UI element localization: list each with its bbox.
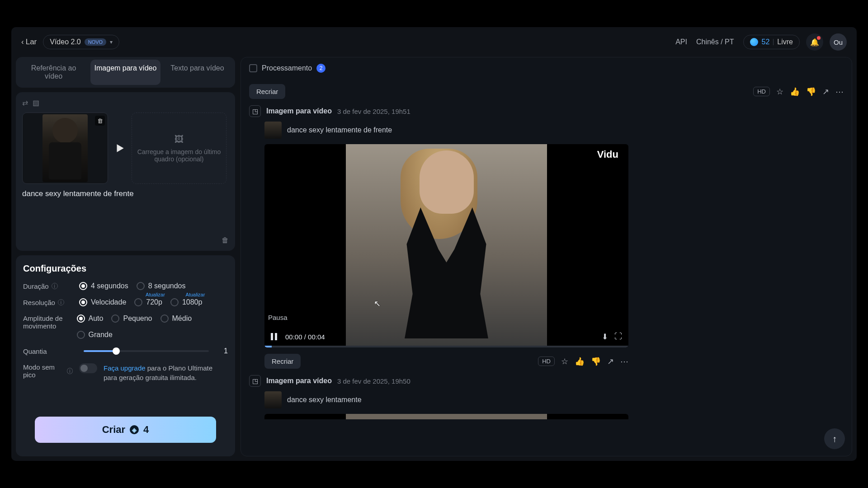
last-frame-dropzone[interactable]: 🖼 Carregue a imagem do último quadro (op… [132, 113, 226, 184]
radio-icon [77, 331, 85, 339]
plan-label: Livre [777, 38, 793, 46]
version-selector[interactable]: Vídeo 2.0 NOVO ▾ [43, 35, 119, 49]
create-button[interactable]: Criar ◈ 4 [35, 417, 216, 443]
watermark: Vidu [597, 149, 618, 160]
first-frame-slot[interactable]: 🗑 [22, 113, 108, 184]
radio-icon [170, 298, 179, 306]
generation-icon: ◳ [249, 375, 261, 387]
trash-icon: 🗑 [222, 236, 229, 244]
dislike-button[interactable]: 👎 [591, 357, 601, 366]
version-label: Vídeo 2.0 [50, 38, 81, 46]
radio-icon [134, 298, 142, 306]
processing-count-badge: 2 [316, 64, 326, 73]
motion-large-radio[interactable]: Grande [77, 331, 228, 339]
quantity-slider[interactable] [84, 350, 209, 352]
prompt-thumbnail[interactable] [264, 391, 282, 408]
trash-icon: 🗑 [97, 117, 103, 124]
more-button[interactable]: ⋯ [620, 357, 628, 366]
resolution-720p-radio[interactable]: 720p Atualizar [134, 298, 162, 306]
delete-frame-button[interactable]: 🗑 [95, 116, 105, 126]
mode-tabs: Referência ao vídeo Imagem para vídeo Te… [16, 57, 235, 88]
hd-badge[interactable]: HD [538, 357, 555, 366]
tab-image-to-video[interactable]: Imagem para vídeo [90, 60, 160, 85]
settings-panel: Configurações Duração i 4 segundos 8 [16, 255, 235, 456]
clear-prompt-button[interactable]: 🗑 [222, 236, 229, 244]
swap-icon[interactable]: ⇄ [22, 99, 28, 107]
radio-icon [79, 298, 87, 306]
upgrade-badge: Atualizar [146, 292, 165, 297]
generation-time: 3 de fev de 2025, 19h50 [337, 377, 410, 385]
time-display: 00:00 / 00:04 [285, 333, 325, 341]
favorite-button[interactable]: ☆ [776, 87, 783, 97]
radio-icon [77, 314, 85, 323]
generation-prompt: dance sexy lentamente [287, 396, 362, 404]
dropzone-text: Carregue a imagem do último quadro (opci… [137, 148, 222, 163]
info-icon[interactable]: i [58, 299, 64, 305]
like-button[interactable]: 👍 [790, 87, 800, 97]
like-button[interactable]: 👍 [575, 357, 585, 366]
results-scroll[interactable]: Recriar HD ☆ 👍 👎 ↗ ⋯ ◳ Imagem para vídeo… [241, 80, 852, 456]
credits-pill[interactable]: 52 Livre [743, 35, 800, 49]
upgrade-link[interactable]: Faça upgrade [104, 364, 146, 372]
motion-medium-radio[interactable]: Médio [160, 314, 192, 323]
language-selector[interactable]: Chinês / PT [696, 38, 734, 46]
video-player[interactable]: Vidu ↖ Pausa 00:00 / 00:04 ⬇ ⛶ [264, 144, 628, 347]
resolution-1080p-radio[interactable]: 1080p Atualizar [170, 298, 203, 306]
scroll-top-button[interactable]: ↑ [824, 428, 845, 449]
generation-type: Imagem para vídeo [266, 377, 332, 385]
image-icon[interactable]: ▧ [33, 99, 39, 107]
upgrade-text: Faça upgrade para o Plano Ultimate para … [104, 363, 228, 382]
top-bar: ‹ Lar Vídeo 2.0 NOVO ▾ API Chinês / PT 5… [11, 27, 857, 57]
radio-icon [79, 282, 87, 290]
select-all-checkbox[interactable] [249, 64, 257, 72]
dislike-button[interactable]: 👎 [806, 87, 816, 97]
coin-icon: ◈ [130, 425, 139, 434]
coin-icon [750, 38, 758, 46]
recreate-button[interactable]: Recriar [264, 354, 301, 369]
motion-small-radio[interactable]: Pequeno [111, 314, 152, 323]
avatar[interactable]: Ou [830, 33, 847, 51]
favorite-button[interactable]: ☆ [561, 357, 568, 366]
radio-icon [160, 314, 169, 323]
generation-type: Imagem para vídeo [266, 107, 332, 115]
video-peek[interactable] [264, 414, 628, 419]
recreate-button[interactable]: Recriar [249, 84, 285, 99]
download-button[interactable]: ⬇ [602, 332, 608, 342]
tab-reference[interactable]: Referência ao vídeo [19, 60, 89, 85]
back-link[interactable]: ‹ Lar [21, 38, 37, 47]
duration-8s-radio[interactable]: 8 segundos [137, 282, 186, 290]
share-button[interactable]: ↗ [607, 357, 614, 366]
play-icon [113, 141, 127, 155]
slider-thumb[interactable] [113, 347, 120, 355]
notification-dot [817, 36, 821, 40]
share-button[interactable]: ↗ [822, 87, 829, 97]
arrow-up-icon: ↑ [832, 434, 837, 444]
results-panel: Processamento 2 Recriar HD ☆ 👍 👎 ↗ ⋯ [241, 57, 852, 456]
info-icon[interactable]: i [52, 283, 58, 289]
duration-label: Duração i [23, 282, 73, 290]
create-cost: 4 [143, 424, 149, 436]
svg-marker-0 [117, 144, 124, 152]
generation-prompt: dance sexy lentamente de frente [287, 126, 392, 134]
more-button[interactable]: ⋯ [835, 87, 844, 97]
prompt-thumbnail[interactable] [264, 122, 282, 139]
tab-text-to-video[interactable]: Texto para vídeo [162, 60, 232, 85]
hd-badge[interactable]: HD [753, 87, 770, 96]
info-icon[interactable]: i [67, 368, 73, 374]
resolution-label: Resolução i [23, 299, 73, 306]
offpeak-toggle[interactable] [79, 363, 97, 373]
notifications-button[interactable]: 🔔 [806, 33, 823, 51]
motion-auto-radio[interactable]: Auto [77, 314, 104, 323]
upload-panel: ⇄ ▧ 🗑 🖼 Carregue a imagem [16, 92, 235, 251]
prompt-text[interactable]: dance sexy lentamente de frente [22, 189, 229, 198]
progress-bar[interactable] [264, 346, 628, 347]
pause-button[interactable] [271, 333, 279, 340]
resolution-speed-radio[interactable]: Velocidade [79, 298, 126, 306]
fullscreen-button[interactable]: ⛶ [614, 332, 622, 341]
motion-label: Amplitude de movimento [23, 314, 71, 330]
video-frame [346, 144, 547, 347]
divider [773, 39, 774, 45]
api-link[interactable]: API [675, 38, 687, 46]
processing-label: Processamento [262, 64, 312, 72]
duration-4s-radio[interactable]: 4 segundos [79, 282, 128, 290]
